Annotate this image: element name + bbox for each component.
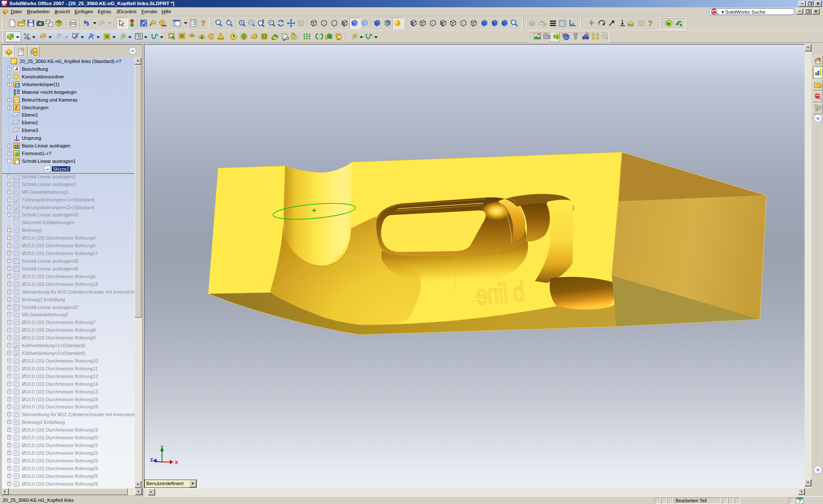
svg-text:Z: Z: [150, 457, 153, 462]
svg-text:X: X: [175, 460, 178, 465]
svg-text:W: W: [2, 2, 6, 6]
svg-text:b line: b line: [475, 276, 526, 310]
